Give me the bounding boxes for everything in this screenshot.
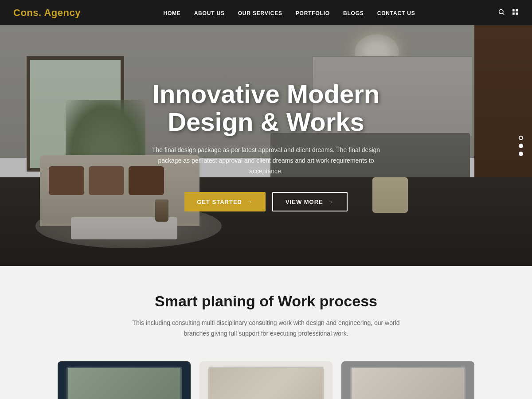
nav-icon-group xyxy=(498,8,519,17)
view-more-button[interactable]: VIEW MORE → xyxy=(272,192,348,211)
hero-section: Innovative Modern Design & Works The fin… xyxy=(0,25,532,266)
slider-dot-3[interactable] xyxy=(519,152,523,156)
section2-title: Smart planing of Work process xyxy=(35,293,497,310)
architecture-card[interactable]: Architecture Studio xyxy=(58,361,191,399)
svg-rect-2 xyxy=(512,9,515,12)
nav-links: HOME ABOUT US OUR SERVICES PORTFOLIO BLO… xyxy=(163,9,415,17)
slider-dot-2[interactable] xyxy=(519,144,523,148)
nav-item-contact[interactable]: CONTACT US xyxy=(377,10,415,16)
slider-dots xyxy=(519,136,523,156)
service-cards-row: Architecture Studio 5 Interior Design xyxy=(35,361,497,399)
card-image-1 xyxy=(68,368,180,399)
hero-title-line1: Innovative Modern xyxy=(153,79,379,108)
get-started-button[interactable]: GET STARTED → xyxy=(184,192,266,211)
section2-description: This including consulting multi discipli… xyxy=(129,318,403,339)
svg-rect-5 xyxy=(516,12,518,15)
nav-item-portfolio[interactable]: PORTFOLIO xyxy=(296,10,330,16)
get-started-label: GET STARTED xyxy=(197,199,242,205)
card-frame-3 xyxy=(350,367,466,399)
grid-icon xyxy=(512,8,519,16)
hero-content: Innovative Modern Design & Works The fin… xyxy=(151,80,381,212)
hero-title-line2: Design & Works xyxy=(168,107,364,136)
svg-rect-4 xyxy=(512,12,515,15)
card-frame-2 xyxy=(208,367,324,399)
grid-button[interactable] xyxy=(512,8,519,17)
view-more-label: VIEW MORE xyxy=(286,199,323,205)
svg-point-0 xyxy=(499,9,503,13)
svg-rect-3 xyxy=(516,9,518,12)
hero-title: Innovative Modern Design & Works xyxy=(151,80,381,137)
slider-dot-1[interactable] xyxy=(519,136,523,140)
nav-item-home[interactable]: HOME xyxy=(163,10,180,16)
work-process-section: Smart planing of Work process This inclu… xyxy=(0,266,532,399)
search-button[interactable] xyxy=(498,8,505,17)
card-image-2 xyxy=(210,368,322,399)
arrow-right-icon: → xyxy=(246,198,253,205)
card-frame-1 xyxy=(66,367,182,399)
search-icon xyxy=(498,8,505,16)
hero-buttons: GET STARTED → VIEW MORE → xyxy=(151,192,381,211)
interior-card[interactable]: 5 Interior Design xyxy=(200,361,332,399)
nav-item-blogs[interactable]: BLOGS xyxy=(343,10,364,16)
card-image-3 xyxy=(352,368,464,399)
engineering-card[interactable]: Engneering Works xyxy=(341,361,474,399)
navbar: Cons. Agency HOME ABOUT US OUR SERVICES … xyxy=(0,0,532,25)
nav-item-services[interactable]: OUR SERVICES xyxy=(238,10,282,16)
nav-item-about[interactable]: ABOUT US xyxy=(194,10,225,16)
brand-logo[interactable]: Cons. Agency xyxy=(13,7,81,19)
svg-line-1 xyxy=(503,13,504,15)
arrow-right-icon-2: → xyxy=(328,198,334,205)
hero-subtitle: The final design package as per latest a… xyxy=(151,145,381,176)
